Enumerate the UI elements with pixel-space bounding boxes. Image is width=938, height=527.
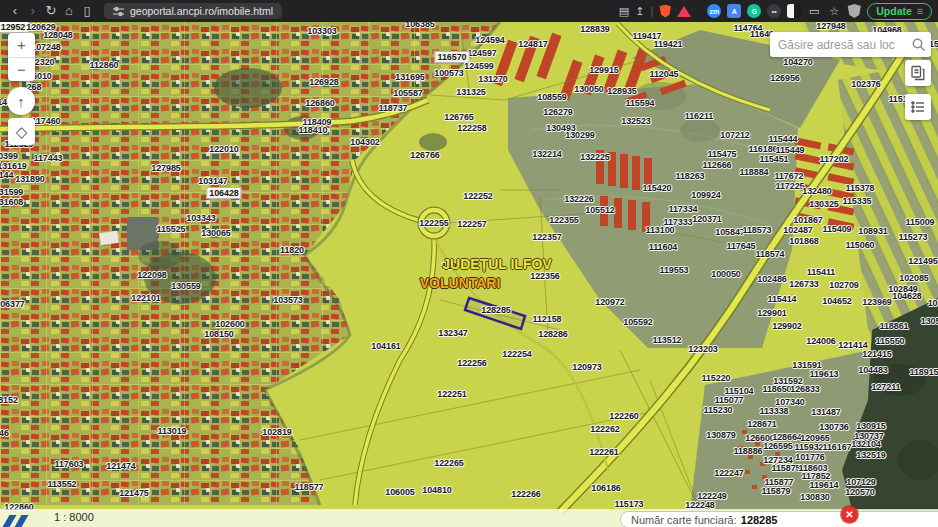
site-settings-icon[interactable] — [113, 6, 124, 17]
translate-extension-icon[interactable]: A — [727, 4, 741, 18]
search-input[interactable] — [770, 38, 907, 52]
share-icon[interactable]: ↥ — [635, 0, 644, 22]
ancpi-logo-fragment — [2, 515, 36, 527]
dark-mode-extension-icon[interactable] — [787, 4, 801, 18]
cadastre-number-bar[interactable]: Număr carte funciară: 128285 — [620, 511, 938, 527]
forward-icon[interactable]: › — [24, 0, 42, 22]
brave-shield-icon[interactable] — [659, 5, 671, 18]
list-button[interactable] — [905, 94, 931, 120]
layers-button[interactable] — [905, 60, 931, 86]
url-text: geoportal.ancpi.ro/imobile.html — [130, 5, 273, 17]
divider: | — [650, 5, 653, 17]
geolocate-button[interactable]: ◇ — [8, 118, 35, 145]
search-icon[interactable] — [907, 32, 931, 57]
extension-icons: zmAG••▭☆ — [707, 4, 861, 18]
triangle-extension-icon[interactable] — [677, 6, 691, 17]
shield-extension-icon[interactable] — [847, 4, 861, 18]
toolbar-right: ▤ ↥ | zmAG••▭☆ Update ≡ — [619, 0, 932, 22]
list-icon — [910, 99, 926, 115]
north-arrow-button[interactable]: ↑ — [7, 87, 35, 115]
ghost-extension-icon[interactable]: •• — [767, 4, 781, 18]
menu-icon[interactable]: ≡ — [917, 5, 923, 17]
map-canvas[interactable]: 1295212062912804810724811232011286012601… — [0, 22, 938, 527]
cadastre-number-value: 128285 — [741, 514, 778, 526]
browser-window: ‹›↻⌂▯ geoportal.ancpi.ro/imobile.html ▤ … — [0, 0, 938, 527]
county-label: JUDEȚUL ILFOV — [442, 256, 551, 272]
grammarly-extension-icon[interactable]: G — [747, 4, 761, 18]
sparkle-extension-icon[interactable]: ☆ — [827, 4, 841, 18]
wallet-extension-icon[interactable]: ▭ — [807, 4, 821, 18]
zoom-control: + − — [8, 33, 35, 81]
layers-icon — [910, 65, 926, 81]
home-icon[interactable]: ⌂ — [60, 0, 78, 22]
zoom-in-button[interactable]: + — [8, 33, 35, 58]
back-icon[interactable]: ‹ — [6, 0, 24, 22]
address-bar[interactable]: geoportal.ancpi.ro/imobile.html — [104, 3, 282, 19]
update-button[interactable]: Update ≡ — [867, 3, 932, 20]
scale-label: 1 : 8000 — [54, 511, 94, 523]
close-button[interactable]: ✕ — [841, 506, 858, 523]
zoom-extension-icon[interactable]: zm — [707, 4, 721, 18]
browser-toolbar: ‹›↻⌂▯ geoportal.ancpi.ro/imobile.html ▤ … — [0, 0, 938, 22]
address-search — [770, 32, 931, 57]
city-label: VOLUNTARI — [420, 275, 501, 291]
cadastre-number-label: Număr carte funciară: — [631, 514, 737, 526]
update-label: Update — [876, 5, 912, 17]
reader-mode-icon[interactable]: ▤ — [619, 0, 629, 22]
reload-icon[interactable]: ↻ — [42, 0, 60, 22]
zoom-out-button[interactable]: − — [8, 58, 35, 82]
bookmark-icon[interactable]: ▯ — [78, 0, 96, 22]
browser-nav-icons: ‹›↻⌂▯ — [6, 0, 96, 22]
